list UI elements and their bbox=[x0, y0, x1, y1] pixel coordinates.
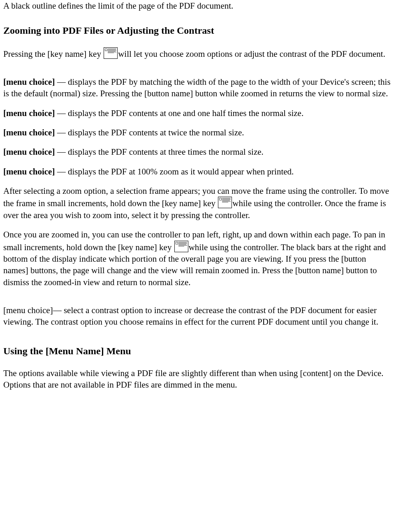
text-key-icon bbox=[104, 47, 118, 59]
text-key-icon bbox=[218, 197, 232, 208]
contrast-paragraph: [menu choice]— select a contrast option … bbox=[3, 304, 393, 328]
menu-choice-2-text: — displays the PDF contents at one and o… bbox=[55, 108, 303, 118]
once-zoomed-paragraph: Once you are zoomed in, you can use the … bbox=[3, 229, 393, 288]
heading-menu: Using the [Menu Name] Menu bbox=[3, 344, 393, 358]
menu-choice-label: [menu choice] bbox=[3, 147, 55, 157]
menu-choice-3-text: — displays the PDF contents at twice the… bbox=[55, 128, 244, 137]
menu-choice-1: [menu choice] — displays the PDF by matc… bbox=[3, 76, 393, 100]
menu-choice-4-text: — displays the PDF contents at three tim… bbox=[55, 147, 263, 157]
zoom-intro-paragraph: Pressing the [key name] key will let you… bbox=[3, 47, 393, 60]
after-select-paragraph: After selecting a zoom option, a selecti… bbox=[3, 185, 393, 221]
menu-choice-label: [menu choice] bbox=[3, 77, 55, 87]
menu-choice-label: [menu choice] bbox=[3, 167, 55, 177]
menu-choice-4: [menu choice] — displays the PDF content… bbox=[3, 146, 393, 158]
menu-paragraph: The options available while viewing a PD… bbox=[3, 367, 393, 391]
zoom-intro-text-2: will let you choose zoom options or adju… bbox=[118, 49, 385, 59]
menu-choice-5-text: — displays the PDF at 100% zoom as it wo… bbox=[55, 167, 294, 177]
menu-choice-label: [menu choice] bbox=[3, 128, 55, 137]
menu-choice-2: [menu choice] — displays the PDF content… bbox=[3, 107, 393, 119]
intro-paragraph: A black outline defines the limit of the… bbox=[3, 0, 393, 12]
zoom-intro-text-1: Pressing the [key name] key bbox=[3, 49, 103, 59]
heading-zoom-contrast: Zooming into PDF Files or Adjusting the … bbox=[3, 24, 393, 37]
menu-choice-5: [menu choice] — displays the PDF at 100%… bbox=[3, 166, 393, 177]
menu-choice-1-text: — displays the PDF by matching the width… bbox=[3, 77, 391, 98]
text-key-icon bbox=[174, 241, 188, 252]
menu-choice-label: [menu choice] bbox=[3, 108, 55, 118]
menu-choice-3: [menu choice] — displays the PDF content… bbox=[3, 127, 393, 138]
